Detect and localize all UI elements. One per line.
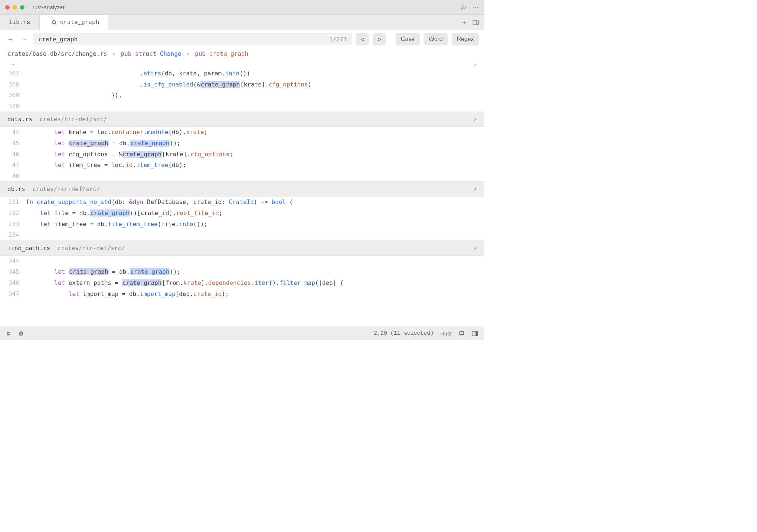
code-line[interactable]: 46 let cfg_options = &crate_graph[krate]… — [0, 149, 484, 160]
tab-crate-graph[interactable]: crate_graph — [40, 15, 109, 30]
line-number: 47 — [0, 160, 26, 171]
more-icon[interactable] — [472, 4, 479, 11]
breadcrumb-kw2: pub — [195, 50, 206, 57]
code-block: 344345 let crate_graph = db.crate_graph(… — [0, 256, 484, 299]
svg-rect-10 — [473, 20, 479, 25]
add-collaborator-icon[interactable] — [461, 4, 467, 11]
line-content: }), — [26, 90, 484, 101]
code-line[interactable]: 367 .attrs(db, krate, param.into()) — [0, 68, 484, 79]
fold-indicator[interactable]: ⋯ ↗ — [0, 61, 484, 68]
line-number: 370 — [0, 101, 26, 112]
file-header[interactable]: find_path.rs crates/hir-def/src/↗ — [0, 241, 484, 256]
project-tree-icon[interactable] — [6, 330, 13, 337]
tab-label: crate_graph — [60, 19, 99, 26]
line-number: 45 — [0, 138, 26, 149]
breadcrumb-kw1: pub struct — [121, 50, 156, 57]
svg-point-6 — [52, 20, 55, 24]
regex-toggle[interactable]: Regex — [452, 33, 479, 45]
line-content: let crate_graph = db.crate_graph(); — [26, 266, 484, 277]
line-number: 368 — [0, 79, 26, 90]
line-content: .attrs(db, krate, param.into()) — [26, 68, 484, 79]
search-input[interactable] — [38, 36, 329, 43]
line-number: 347 — [0, 289, 26, 300]
tab-lib-rs[interactable]: lib.rs — [0, 15, 40, 30]
file-name: find_path.rs — [7, 245, 50, 252]
line-number: 232 — [0, 208, 26, 219]
line-content: let file = db.crate_graph()[crate_id].ro… — [26, 208, 484, 219]
breadcrumb[interactable]: crates/base-db/src/change.rs › pub struc… — [0, 48, 484, 61]
breadcrumb-type: Change — [160, 50, 181, 57]
code-line[interactable]: 345 let crate_graph = db.crate_graph(); — [0, 266, 484, 277]
code-line[interactable]: 44 let krate = loc.container.module(db).… — [0, 127, 484, 138]
file-path: crates/hir-def/src/ — [57, 245, 125, 252]
line-number: 233 — [0, 219, 26, 230]
line-content: let item_tree = loc.id.item_tree(db); — [26, 160, 484, 171]
jump-to-file-icon[interactable]: ↗ — [473, 185, 477, 192]
line-content — [26, 171, 484, 182]
window-title: rust-analyzer — [33, 4, 65, 10]
jump-arrow-icon[interactable]: ↗ — [473, 61, 477, 68]
svg-rect-16 — [476, 331, 478, 336]
code-line[interactable]: 369 }), — [0, 90, 484, 101]
code-line[interactable]: 47 let item_tree = loc.id.item_tree(db); — [0, 160, 484, 171]
line-content: .is_cfg_enabled(&crate_graph[krate].cfg_… — [26, 79, 484, 90]
code-line[interactable]: 45 let crate_graph = db.crate_graph(); — [0, 138, 484, 149]
search-icon — [51, 20, 57, 25]
code-line[interactable]: 368 .is_cfg_enabled(&crate_graph[krate].… — [0, 79, 484, 90]
code-line[interactable]: 48 — [0, 171, 484, 182]
panel-toggle-icon[interactable] — [472, 20, 479, 25]
code-line[interactable]: 346 let extern_paths = crate_graph[from.… — [0, 277, 484, 289]
breadcrumb-ident: crate_graph — [209, 50, 248, 57]
code-line[interactable]: 370 — [0, 101, 484, 112]
line-content: let item_tree = db.file_item_tree(file.i… — [26, 219, 484, 230]
word-toggle[interactable]: Word — [424, 33, 448, 45]
search-results[interactable]: ⋯ ↗ 367 .attrs(db, krate, param.into())3… — [0, 61, 484, 327]
line-number: 48 — [0, 171, 26, 182]
case-toggle[interactable]: Case — [396, 33, 420, 45]
line-content — [26, 229, 484, 241]
nav-back-button[interactable]: ← — [5, 35, 16, 43]
line-content: fn crate_supports_no_std(db: &dyn DefDat… — [26, 197, 484, 208]
file-name: db.rs — [7, 185, 25, 192]
nav-forward-button[interactable]: → — [19, 35, 30, 43]
code-line[interactable]: 233 let item_tree = db.file_item_tree(fi… — [0, 219, 484, 230]
jump-to-file-icon[interactable]: ↗ — [473, 116, 477, 123]
file-header[interactable]: db.rs crates/hir-def/src/↗ — [0, 181, 484, 197]
line-content: let extern_paths = crate_graph[from.krat… — [26, 277, 484, 289]
svg-rect-13 — [9, 334, 10, 335]
next-match-button[interactable]: > — [373, 33, 386, 45]
svg-point-5 — [477, 7, 478, 8]
code-line[interactable]: 234 — [0, 229, 484, 241]
maximize-window-icon[interactable] — [20, 5, 24, 10]
window-controls — [5, 5, 24, 10]
code-line[interactable]: 347 let import_map = db.import_map(dep.c… — [0, 289, 484, 300]
svg-point-3 — [473, 7, 474, 8]
feedback-icon[interactable] — [458, 330, 465, 337]
code-line[interactable]: 231fn crate_supports_no_std(db: &dyn Def… — [0, 197, 484, 208]
minimize-window-icon[interactable] — [13, 5, 17, 10]
jump-to-file-icon[interactable]: ↗ — [473, 245, 477, 252]
right-panel-icon[interactable] — [472, 330, 478, 337]
svg-rect-12 — [9, 332, 10, 333]
prev-match-button[interactable]: < — [356, 33, 369, 45]
svg-point-4 — [475, 7, 476, 8]
diagnostics-ok-icon[interactable] — [18, 330, 24, 337]
line-content — [26, 256, 484, 267]
file-header[interactable]: data.rs crates/hir-def/src/↗ — [0, 112, 484, 127]
line-number: 369 — [0, 90, 26, 101]
search-input-container[interactable]: 1/273 — [33, 33, 352, 45]
new-tab-button[interactable] — [461, 20, 467, 25]
code-line[interactable]: 344 — [0, 256, 484, 267]
line-content: let cfg_options = &crate_graph[krate].cf… — [26, 149, 484, 160]
code-line[interactable]: 232 let file = db.crate_graph()[crate_id… — [0, 208, 484, 219]
language-mode[interactable]: Rust — [440, 330, 452, 337]
file-name: data.rs — [7, 116, 32, 123]
close-window-icon[interactable] — [5, 5, 10, 10]
line-number: 46 — [0, 149, 26, 160]
line-number: 345 — [0, 266, 26, 277]
line-content: let crate_graph = db.crate_graph(); — [26, 138, 484, 149]
cursor-position[interactable]: 2,20 (11 selected) — [374, 330, 434, 337]
line-number: 344 — [0, 256, 26, 267]
line-number: 231 — [0, 197, 26, 208]
line-content — [26, 101, 484, 112]
